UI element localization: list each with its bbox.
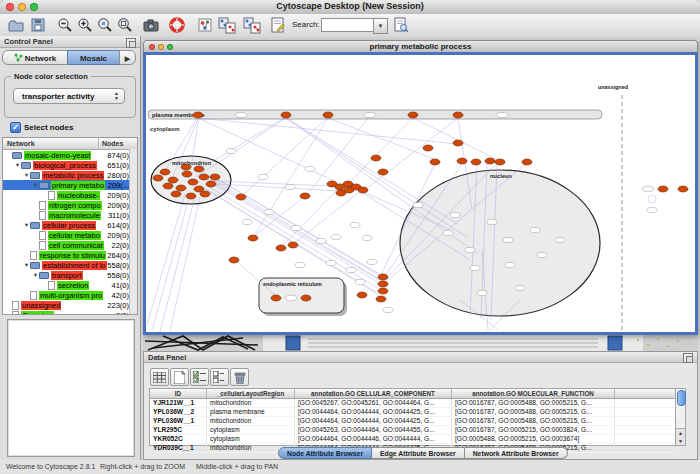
copy-network-icon[interactable] (218, 16, 236, 34)
tree-row-cell-communicat[interactable]: ▼cell communicat22(0) (3, 240, 137, 250)
select-nodes-checkbox[interactable]: ✓ (10, 122, 21, 133)
tree-row-primary-metabo[interactable]: ▼primary metabo209(... (3, 180, 137, 190)
network-window-titlebar[interactable]: primary metabolic process (143, 40, 698, 52)
save-session-button[interactable] (29, 16, 47, 34)
file-icon (39, 241, 46, 250)
tree-row-label: primary metabo (51, 181, 105, 190)
tree-row-establishment-of-lo[interactable]: ▼establishment of lo558(0) (3, 260, 137, 270)
tree-row-transport[interactable]: ▼transport558(0) (3, 270, 137, 280)
table-row-ypl036w-2[interactable]: YPL036W__2plasma membrane[GO:0044464, GO… (150, 408, 675, 417)
tree-row-label: cellular metabo (48, 231, 101, 240)
unselect-attributes-icon[interactable] (210, 368, 229, 386)
tree-row-cellular-process[interactable]: ▼cellular process614(0) (3, 220, 137, 230)
file-icon (39, 231, 46, 240)
attribute-table-icon[interactable] (150, 368, 169, 386)
table-cell: cytoplasm (207, 435, 295, 443)
nucleus-region[interactable] (400, 170, 600, 316)
zoom-in-icon[interactable] (76, 16, 94, 34)
select-attributes-icon[interactable] (190, 368, 209, 386)
column-header-annotation-go-cellular-component[interactable]: annotation.GO CELLULAR_COMPONENT (295, 389, 452, 398)
tab-network-attribute-browser[interactable]: Network Attribute Browser (465, 447, 568, 459)
tree-scrollbar[interactable] (129, 149, 137, 314)
file-icon (30, 251, 37, 260)
table-row-ypl036w-1[interactable]: YPL036W__1mitochondrion[GO:0044464, GO:0… (150, 417, 675, 426)
tab-overflow-button[interactable]: ▶ (119, 50, 136, 65)
tree-row-node-count: 41(0) (111, 281, 129, 290)
file-icon (12, 311, 19, 316)
search-dropdown-button[interactable]: ▼ (373, 18, 388, 34)
search-input[interactable] (321, 18, 377, 32)
table-row-ykr052c[interactable]: YKR052Ccytoplasm[GO:0044464, GO:0044446,… (150, 435, 675, 444)
tree-row-node-count: 280(0) (107, 171, 129, 180)
tree-row-macromolecule[interactable]: ▼macromolecule311(0) (3, 210, 137, 220)
titlebar[interactable]: Cytoscape Desktop (New Session) (0, 0, 700, 15)
help-icon[interactable] (168, 16, 186, 34)
tab-network[interactable]: Network (2, 50, 68, 65)
scrollbar-arrows[interactable]: ▲▼ (676, 428, 685, 445)
tree-row-node-count: 264(0) (107, 251, 129, 260)
main-toolbar: Search: ▼ (0, 14, 700, 37)
zoom-fit-icon[interactable] (116, 16, 134, 34)
network-view-window[interactable]: primary metabolic process plasma membran… (143, 40, 698, 335)
data-panel: Data Panel f(x) ID_cellul (143, 351, 698, 460)
tree-expander-icon[interactable]: ▼ (32, 272, 39, 278)
tree-column-nodes: Nodes (102, 138, 123, 149)
table-cell: [GO:0044464, GO:0044446, GO:0044444, G..… (295, 435, 452, 443)
table-row-yjr121w-1[interactable]: YJR121W__1mitochondrion[GO:0045267, GO:0… (150, 399, 675, 408)
tree-expander-icon[interactable]: ▼ (23, 222, 30, 228)
table-scrollbar-thumb[interactable] (677, 390, 686, 406)
float-data-panel-icon[interactable] (683, 353, 693, 363)
node-color-dropdown[interactable]: transporter activity ▲▼ (13, 88, 125, 104)
annotation-icon[interactable] (269, 16, 287, 34)
tree-row-nucleobase[interactable]: ▼nucleobase-209(0) (3, 190, 137, 200)
tree-expander-icon[interactable]: ▼ (14, 162, 21, 168)
tab-node-attribute-browser[interactable]: Node Attribute Browser (278, 447, 372, 459)
column-header-cellularlayoutregion[interactable]: _cellularLayoutRegion (207, 389, 295, 398)
tree-expander-icon[interactable]: ▼ (32, 182, 39, 188)
tree-column-network: Network (7, 138, 35, 149)
tree-row-metabolic-process[interactable]: ▼metabolic process280(0) (3, 170, 137, 180)
table-scrollbar[interactable]: ▲▼ (675, 388, 686, 446)
tree-row-nitrogen-compo[interactable]: ▼nitrogen compo209(0) (3, 200, 137, 210)
zoom-selected-icon[interactable] (96, 16, 114, 34)
paste-network-icon[interactable] (243, 16, 261, 34)
open-session-button[interactable] (7, 16, 25, 34)
tree-row-unassigned[interactable]: ▼unassigned223(0) (3, 300, 137, 310)
tree-row-response-to-stimulu[interactable]: ▼response to stimulu264(0) (3, 250, 137, 260)
tab-mosaic[interactable]: Mosaic (67, 50, 120, 65)
delete-attribute-icon[interactable] (230, 368, 249, 386)
birdseye-view-panel[interactable] (7, 319, 135, 457)
tree-expander-icon[interactable]: ▼ (23, 262, 30, 268)
tree-row-cellular-metabo[interactable]: ▼cellular metabo209(0) (3, 230, 137, 240)
create-attribute-icon[interactable] (170, 368, 189, 386)
tab-edge-attribute-browser[interactable]: Edge Attribute Browser (372, 447, 465, 459)
table-cell: [GO:0045263, GO:0044464, GO:0044455, G..… (295, 426, 452, 434)
tree-row-label: establishment of lo (42, 261, 107, 270)
tree-row-biological-process[interactable]: ▼biological_process651(0) (3, 160, 137, 170)
enhanced-search-icon[interactable] (392, 16, 410, 34)
snapshot-icon[interactable] (142, 16, 160, 34)
column-header-annotation-go-molecular-function[interactable]: annotation.GO MOLECULAR_FUNCTION (452, 389, 615, 398)
network-tree-header[interactable]: Network Nodes (3, 138, 137, 150)
column-header-id[interactable]: ID (150, 389, 207, 398)
tree-row-node-count: 311(0) (108, 211, 129, 220)
attribute-browser-tabs: Node Attribute BrowserEdge Attribute Bro… (278, 447, 568, 459)
tree-row-overview[interactable]: ▼Overview8(0) (3, 310, 137, 315)
attribute-table-header[interactable]: ID_cellularLayoutRegionannotation.GO CEL… (150, 389, 675, 399)
tree-row-node-count: 209(0) (107, 231, 129, 240)
tree-row-secretion[interactable]: ▼secretion41(0) (3, 280, 137, 290)
zoom-out-icon[interactable] (56, 16, 74, 34)
data-panel-header[interactable]: Data Panel (144, 352, 697, 363)
table-row-ylr295c[interactable]: YLR295Ccytoplasm[GO:0045263, GO:0044464,… (150, 426, 675, 435)
tree-row-multi-organism-pro[interactable]: ▼multi-organism pro42(0) (3, 290, 137, 300)
table-cell: [GO:0016787, GO:0005488, GO:0005215, G..… (452, 399, 615, 407)
vizmapper-icon[interactable] (196, 16, 214, 34)
float-panel-icon[interactable] (126, 38, 136, 48)
network-canvas[interactable]: plasma membrane cytoplasm mitochondrion … (143, 52, 698, 335)
attribute-table[interactable]: ID_cellularLayoutRegionannotation.GO CEL… (149, 388, 676, 446)
control-panel-header[interactable]: Control Panel (0, 36, 140, 48)
table-cell: YPL036W__1 (150, 417, 207, 425)
tree-row-mosaic-demo-yeast[interactable]: ▼mosaic-demo-yeast874(0) (3, 150, 137, 160)
network-graph[interactable]: plasma membrane cytoplasm mitochondrion … (146, 55, 695, 332)
tree-expander-icon[interactable]: ▼ (23, 172, 30, 178)
